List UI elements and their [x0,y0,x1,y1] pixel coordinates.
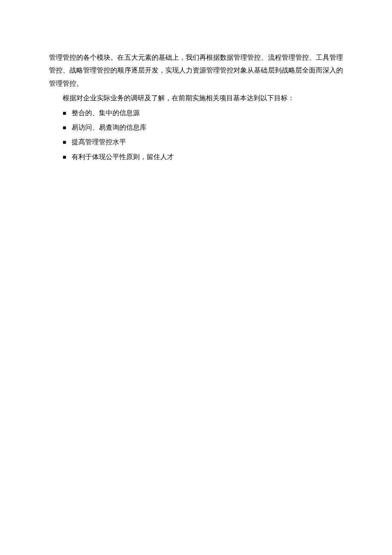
square-bullet-icon: ■ [63,137,72,148]
goals-list: ■ 整合的、集中的信息源 ■ 易访问、易查询的信息库 ■ 提高管理管控水平 ■ … [49,107,343,164]
square-bullet-icon: ■ [63,122,72,134]
list-item-text: 整合的、集中的信息源 [72,107,343,119]
list-item: ■ 提高管理管控水平 [63,136,343,148]
list-item: ■ 有利于体现公平性原则，留住人才 [63,151,343,163]
list-item-text: 易访问、易查询的信息库 [72,121,343,134]
body-paragraph-1: 管理管控的各个模块。在五大元素的基础上，我们再根据数据管理管控、流程管理管控、工… [49,51,343,90]
square-bullet-icon: ■ [63,108,72,119]
list-item-text: 有利于体现公平性原则，留住人才 [72,151,343,163]
list-item: ■ 易访问、易查询的信息库 [63,121,343,134]
list-item-text: 提高管理管控水平 [72,136,343,148]
body-paragraph-2: 根据对企业实际业务的调研及了解，在前期实施相关项目基本达到以下目标： [49,92,343,105]
list-item: ■ 整合的、集中的信息源 [63,107,343,119]
square-bullet-icon: ■ [63,152,72,163]
